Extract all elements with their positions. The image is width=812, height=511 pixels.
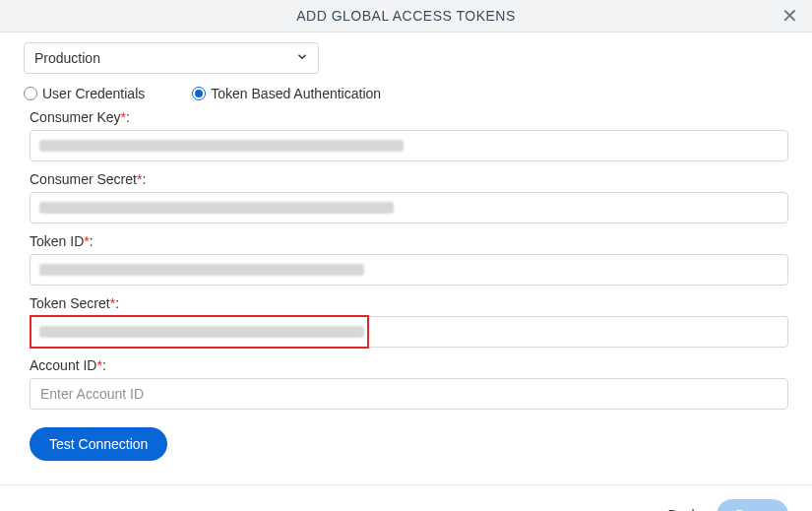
done-button[interactable]: Done xyxy=(717,499,788,511)
consumer-secret-input[interactable] xyxy=(30,192,788,224)
field-consumer-secret: Consumer Secret*: xyxy=(30,171,788,224)
field-token-secret: Token Secret*: xyxy=(30,295,788,348)
close-icon: ✕ xyxy=(781,5,798,27)
radio-icon xyxy=(24,87,37,100)
close-button[interactable]: ✕ xyxy=(781,6,798,26)
radio-user-credentials[interactable]: User Credentials xyxy=(24,86,145,101)
field-label: Token Secret*: xyxy=(30,295,788,311)
test-connection-button[interactable]: Test Connection xyxy=(30,427,167,461)
field-label: Token ID*: xyxy=(30,233,788,249)
modal-footer: Back Done xyxy=(0,484,812,511)
field-token-id: Token ID*: xyxy=(30,233,788,286)
modal-header: ADD GLOBAL ACCESS TOKENS ✕ xyxy=(0,0,812,32)
token-id-input[interactable] xyxy=(30,254,788,286)
radio-token-auth[interactable]: Token Based Authentication xyxy=(192,86,381,101)
back-button[interactable]: Back xyxy=(667,507,698,511)
field-label: Account ID*: xyxy=(30,357,788,373)
consumer-key-input[interactable] xyxy=(30,130,788,161)
input-wrap xyxy=(30,130,788,161)
input-wrap xyxy=(30,192,788,224)
radio-icon xyxy=(192,87,206,100)
form-fields: Consumer Key*: Consumer Secret*: Token I… xyxy=(24,109,788,461)
field-label: Consumer Secret*: xyxy=(30,171,788,187)
account-id-input[interactable] xyxy=(30,378,788,410)
field-consumer-key: Consumer Key*: xyxy=(30,109,788,161)
environment-select[interactable]: Production xyxy=(24,42,319,74)
modal-title: ADD GLOBAL ACCESS TOKENS xyxy=(296,8,516,24)
auth-method-radio-group: User Credentials Token Based Authenticat… xyxy=(24,86,788,101)
radio-label: User Credentials xyxy=(42,86,145,101)
input-wrap xyxy=(30,254,788,286)
field-label: Consumer Key*: xyxy=(30,109,788,125)
token-secret-input[interactable] xyxy=(30,316,788,348)
radio-label: Token Based Authentication xyxy=(211,86,381,101)
environment-select-value: Production xyxy=(24,42,319,74)
field-account-id: Account ID*: xyxy=(30,357,788,410)
modal-content: Production User Credentials Token Based … xyxy=(0,32,812,471)
input-wrap xyxy=(30,316,788,348)
